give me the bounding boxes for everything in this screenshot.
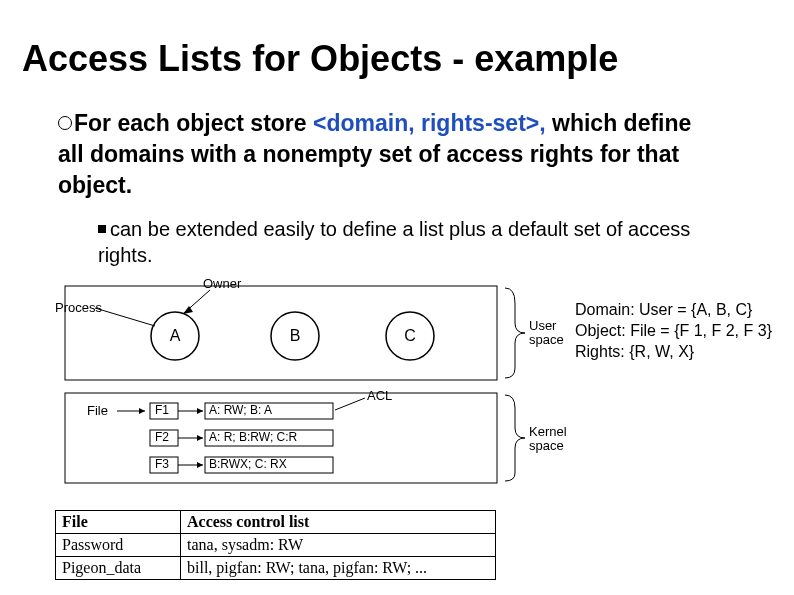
- svg-marker-6: [183, 306, 193, 314]
- bullet1-text-pre: For each object store: [74, 110, 313, 136]
- square-bullet-icon: [98, 225, 106, 233]
- circle-a: A: [168, 327, 182, 345]
- circle-c: C: [403, 327, 417, 345]
- bullet-level1: For each object store <domain, rights‐se…: [58, 108, 708, 201]
- acl-table: File Access control list Password tana, …: [55, 510, 496, 580]
- circle-bullet-icon: [58, 116, 72, 130]
- acl-diagram: Process Owner A B C User space File F1 F…: [55, 278, 560, 500]
- legend-object: Object: File = {F 1, F 2, F 3}: [575, 321, 772, 342]
- table-row: Password tana, sysadm: RW: [56, 534, 496, 557]
- td-file: Pigeon_data: [56, 557, 181, 580]
- legend-domain: Domain: User = {A, B, C}: [575, 300, 772, 321]
- bullet2-text: can be extended easily to define a list …: [98, 218, 690, 266]
- td-acl: bill, pigfan: RW; tana, pigfan: RW; ...: [181, 557, 496, 580]
- bullet-level2: can be extended easily to define a list …: [98, 216, 718, 268]
- slide: Access Lists for Objects ‐ example For e…: [0, 0, 794, 595]
- slide-title: Access Lists for Objects ‐ example: [22, 38, 618, 80]
- label-acl: ACL: [367, 388, 392, 403]
- th-acl: Access control list: [181, 511, 496, 534]
- legend-text: Domain: User = {A, B, C} Object: File = …: [575, 300, 772, 362]
- svg-marker-12: [139, 408, 145, 414]
- diagram-svg: [55, 278, 560, 500]
- svg-marker-16: [197, 435, 203, 441]
- label-kernel1: Kernel: [529, 424, 567, 439]
- svg-marker-18: [197, 462, 203, 468]
- circle-b: B: [288, 327, 302, 345]
- label-f1: F1: [155, 403, 169, 417]
- acl-row3: B:RWX; C: RX: [209, 457, 287, 471]
- svg-rect-0: [65, 286, 497, 380]
- svg-line-22: [335, 398, 365, 410]
- label-f2: F2: [155, 430, 169, 444]
- label-user-space2: space: [529, 332, 564, 347]
- td-file: Password: [56, 534, 181, 557]
- label-process: Process: [55, 300, 102, 315]
- label-kernel2: space: [529, 438, 564, 453]
- legend-rights: Rights: {R, W, X}: [575, 342, 772, 363]
- td-acl: tana, sysadm: RW: [181, 534, 496, 557]
- acl-row1: A: RW; B: A: [209, 403, 272, 417]
- svg-line-4: [95, 308, 155, 326]
- label-f3: F3: [155, 457, 169, 471]
- svg-marker-14: [197, 408, 203, 414]
- th-file: File: [56, 511, 181, 534]
- bullet1-text-blue: <domain, rights‐set>,: [313, 110, 546, 136]
- table-row: Pigeon_data bill, pigfan: RW; tana, pigf…: [56, 557, 496, 580]
- table-row: File Access control list: [56, 511, 496, 534]
- label-user-space1: User: [529, 318, 556, 333]
- label-file: File: [87, 403, 108, 418]
- acl-row2: A: R; B:RW; C:R: [209, 430, 297, 444]
- label-owner: Owner: [203, 276, 241, 291]
